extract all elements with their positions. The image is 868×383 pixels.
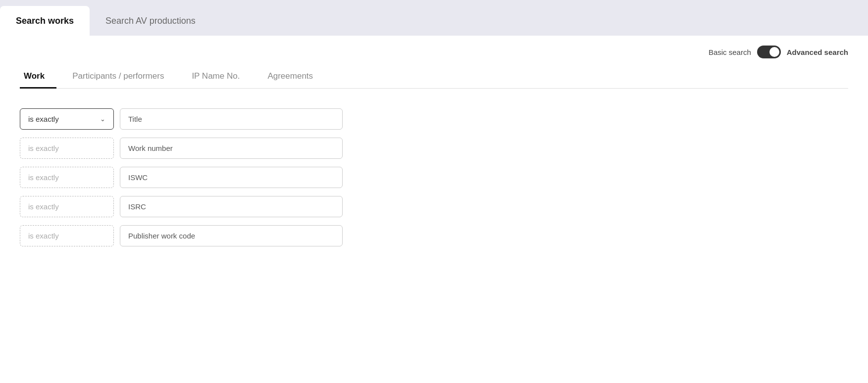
toggle-knob: [769, 47, 779, 57]
input-work-number[interactable]: [120, 138, 343, 159]
chevron-down-icon: ⌄: [100, 115, 105, 123]
tab-agreements[interactable]: Agreements: [263, 63, 325, 88]
header-row: Basic search Advanced search: [0, 36, 868, 63]
toggle-track[interactable]: [757, 46, 781, 58]
tab-work-label: Work: [24, 71, 45, 81]
dropdown-publisher-work-code-label: is exactly: [28, 232, 59, 240]
tab-ip-name-no[interactable]: IP Name No.: [188, 63, 252, 88]
dropdown-title-label: is exactly: [28, 115, 59, 123]
input-title[interactable]: [120, 108, 343, 130]
tab-participants[interactable]: Participants / performers: [68, 63, 176, 88]
tab-participants-label: Participants / performers: [72, 71, 164, 81]
tab-search-works[interactable]: Search works: [0, 6, 90, 36]
dropdown-isrc-label: is exactly: [28, 202, 59, 211]
dropdown-iswc[interactable]: is exactly: [20, 167, 114, 188]
dropdown-work-number[interactable]: is exactly: [20, 138, 114, 159]
search-row-title: is exactly ⌄: [20, 108, 848, 130]
search-row-publisher-work-code: is exactly: [20, 225, 848, 246]
search-row-work-number: is exactly: [20, 138, 848, 159]
search-row-isrc: is exactly: [20, 196, 848, 217]
dropdown-isrc[interactable]: is exactly: [20, 196, 114, 217]
dropdown-work-number-label: is exactly: [28, 144, 59, 152]
tab-work[interactable]: Work: [20, 63, 56, 88]
input-iswc[interactable]: [120, 167, 343, 188]
toggle-switch[interactable]: [757, 46, 781, 58]
tab-search-works-label: Search works: [16, 16, 74, 26]
dropdown-publisher-work-code[interactable]: is exactly: [20, 225, 114, 246]
search-row-iswc: is exactly: [20, 167, 848, 188]
input-isrc[interactable]: [120, 196, 343, 217]
top-tabs-bar: Search works Search AV productions: [0, 0, 868, 36]
input-publisher-work-code[interactable]: [120, 225, 343, 246]
tab-search-av-label: Search AV productions: [105, 16, 196, 26]
tab-ip-name-no-label: IP Name No.: [192, 71, 240, 81]
inner-tabs: Work Participants / performers IP Name N…: [20, 63, 848, 89]
dropdown-title[interactable]: is exactly ⌄: [20, 108, 114, 130]
search-rows: is exactly ⌄ is exactly is exactly is ex…: [20, 103, 848, 246]
advanced-search-label: Advanced search: [787, 48, 848, 56]
dropdown-iswc-label: is exactly: [28, 173, 59, 182]
tab-search-av[interactable]: Search AV productions: [90, 6, 211, 36]
tab-agreements-label: Agreements: [267, 71, 313, 81]
content-area: Work Participants / performers IP Name N…: [0, 63, 868, 246]
basic-search-label: Basic search: [709, 48, 751, 56]
